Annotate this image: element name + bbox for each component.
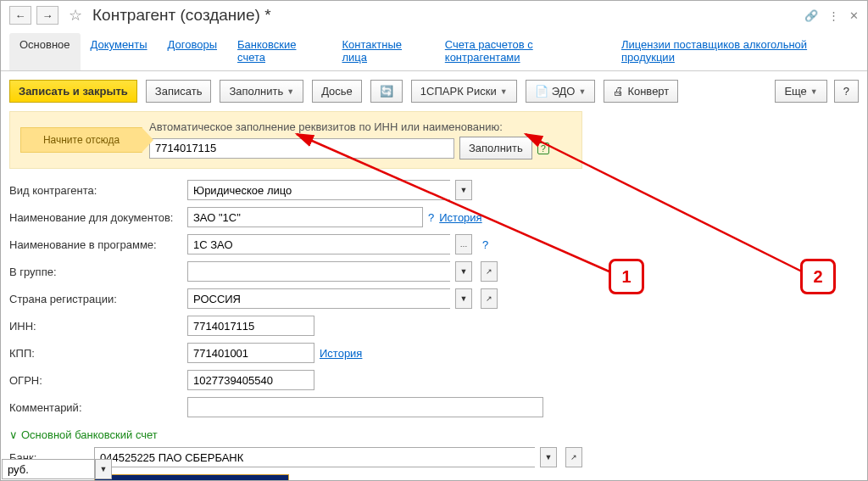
kpp-label: КПП: — [9, 347, 187, 360]
ogrn-input[interactable] — [187, 370, 314, 390]
help-icon[interactable]: ? — [428, 211, 434, 224]
type-label: Вид контрагента: — [9, 184, 187, 197]
refresh-icon-button[interactable]: 🔄 — [370, 80, 403, 103]
more-button[interactable]: Еще▼ — [775, 80, 826, 103]
marker-2: 2 — [800, 259, 836, 294]
country-open-icon[interactable]: ↗ — [481, 288, 498, 309]
dossier-button[interactable]: Досье — [312, 80, 362, 103]
envelope-button[interactable]: 🖨Конверт — [604, 80, 678, 103]
tab-licenses[interactable]: Лицензии поставщиков алкогольной продукц… — [611, 33, 859, 70]
marker-1: 1 — [609, 259, 644, 294]
bank-open-icon[interactable]: ↗ — [565, 447, 582, 467]
comment-input[interactable] — [187, 397, 543, 417]
doc-name-label: Наименование для документов: — [9, 211, 187, 224]
tab-bank-accounts[interactable]: Банковские счета — [227, 33, 331, 70]
country-dropdown-icon[interactable]: ▼ — [455, 288, 472, 309]
type-input[interactable] — [187, 180, 450, 200]
tab-documents[interactable]: Документы — [81, 33, 158, 70]
toolbar: Записать и закрыть Записать Заполнить▼ Д… — [1, 71, 867, 111]
country-label: Страна регистрации: — [9, 293, 187, 305]
group-open-icon[interactable]: ↗ — [481, 261, 498, 282]
autofill-hint: Автоматическое заполнение реквизитов по … — [149, 120, 571, 133]
type-dropdown-icon[interactable]: ▼ — [455, 180, 472, 200]
forward-button[interactable]: → — [36, 6, 58, 25]
print-icon: 🖨 — [613, 85, 624, 98]
save-button[interactable]: Записать — [146, 80, 212, 103]
close-icon[interactable]: ✕ — [849, 9, 859, 22]
inn-input[interactable] — [187, 316, 314, 336]
fill-button[interactable]: Заполнить▼ — [220, 80, 303, 103]
page-title: Контрагент (создание) * — [92, 6, 271, 25]
group-input[interactable] — [187, 261, 450, 282]
edo-icon: 📄 — [535, 85, 548, 98]
favorite-star-icon[interactable]: ☆ — [69, 6, 82, 25]
group-label: В группе: — [9, 266, 187, 278]
currency-input[interactable] — [2, 459, 95, 479]
autofill-fill-button[interactable]: Заполнить — [459, 137, 532, 159]
main-form: Вид контрагента: ▼ Наименование для доку… — [1, 179, 867, 481]
edo-button[interactable]: 📄ЭДО▼ — [526, 80, 596, 103]
help-button[interactable]: ? — [834, 80, 859, 103]
tab-settlements[interactable]: Счета расчетов с контрагентами — [435, 33, 611, 70]
inn-label: ИНН: — [9, 320, 187, 333]
kpp-input[interactable] — [187, 343, 314, 363]
comment-label: Комментарий: — [9, 401, 187, 414]
tabs-bar: Основное Документы Договоры Банковские с… — [1, 30, 867, 71]
doc-name-input[interactable] — [187, 207, 423, 227]
kpp-history-link[interactable]: История — [320, 347, 362, 360]
back-button[interactable]: ← — [9, 6, 31, 25]
link-icon[interactable]: 🔗 — [804, 9, 818, 22]
bank-section-toggle[interactable]: ∨ Основной банковский счет — [9, 423, 859, 446]
group-dropdown-icon[interactable]: ▼ — [455, 261, 472, 282]
country-input[interactable] — [187, 288, 450, 309]
kebab-menu-icon[interactable]: ⋮ — [828, 9, 839, 22]
doc-name-history-link[interactable]: История — [439, 211, 481, 224]
currency-dropdown-icon[interactable]: ▼ — [95, 459, 112, 479]
save-close-button[interactable]: Записать и закрыть — [9, 80, 137, 103]
autofill-help-icon[interactable]: ? — [537, 143, 549, 154]
autofill-panel: Начните отсюда Автоматическое заполнение… — [9, 111, 582, 169]
prog-name-input[interactable] — [187, 234, 450, 254]
tab-contracts[interactable]: Договоры — [158, 33, 227, 70]
tab-contacts[interactable]: Контактные лица — [332, 33, 435, 70]
spark-button[interactable]: 1СПАРК Риски▼ — [411, 80, 517, 103]
start-here-arrow: Начните отсюда — [20, 127, 142, 153]
prog-name-ellipsis-icon[interactable]: … — [455, 234, 472, 254]
bank-input[interactable] — [94, 447, 535, 467]
chevron-down-icon: ∨ — [9, 428, 18, 441]
prog-name-label: Наименование в программе: — [9, 238, 187, 251]
autofill-input[interactable] — [149, 138, 454, 159]
account-input[interactable] — [94, 474, 289, 481]
ogrn-label: ОГРН: — [9, 374, 187, 387]
bank-dropdown-icon[interactable]: ▼ — [540, 447, 557, 467]
tab-main[interactable]: Основное — [9, 33, 81, 70]
help-icon[interactable]: ? — [482, 238, 488, 251]
